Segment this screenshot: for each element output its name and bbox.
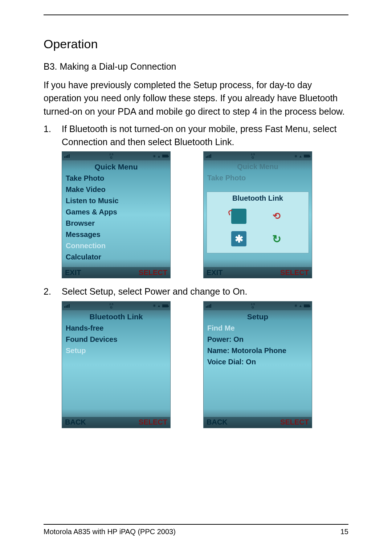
softkey-left[interactable]: EXIT xyxy=(65,269,81,277)
bluetooth-icon: ✳ xyxy=(153,154,156,158)
network-icon: 2.5G xyxy=(251,303,255,309)
menu-item[interactable]: Hands-free xyxy=(66,323,167,334)
battery-icon xyxy=(162,155,168,157)
menu-item[interactable]: Found Devices xyxy=(66,334,167,345)
step-2-text: Select Setup, select Power and change to… xyxy=(62,286,247,296)
phone-bluetooth-link-popup: 2.5G ✳▲ Quick Menu Take Photo Bluetooth … xyxy=(203,151,312,278)
network-icon: 2.5G xyxy=(251,153,255,159)
phone-setup: 2.5G ✳▲ Setup Find Me Power: On Name: Mo… xyxy=(203,301,312,428)
screen-title: Setup xyxy=(204,310,312,323)
phone-quick-menu: 2.5G ✳▲ Quick Menu Take Photo Make Video… xyxy=(62,151,171,278)
battery-icon xyxy=(304,155,310,157)
menu-item[interactable]: Voice Dial: On xyxy=(207,356,308,368)
signal-icon xyxy=(64,154,70,158)
page-footer: Motorola A835 with HP iPAQ (PPC 2003) 15 xyxy=(44,524,348,536)
bluetooth-icon: ✳ xyxy=(294,154,297,158)
signal-icon xyxy=(64,304,70,308)
network-icon: 2.5G xyxy=(109,153,113,159)
menu-item-selected[interactable]: Find Me xyxy=(207,323,308,334)
screen-title: Bluetooth Link xyxy=(62,310,170,323)
step-2-number: 2. xyxy=(44,285,51,298)
sync-icon[interactable]: ↻ xyxy=(269,231,284,246)
bluetooth-icon: ✳ xyxy=(294,304,297,308)
menu-item[interactable]: Browser xyxy=(66,218,167,229)
popup-card: Bluetooth Link ⟲ ✱ ↻ xyxy=(207,192,309,253)
intro-paragraph: If you have previously completed the Set… xyxy=(44,78,348,118)
menu-item[interactable]: Messages xyxy=(66,229,167,240)
softkey-right[interactable]: SELECT xyxy=(280,269,309,277)
battery-icon xyxy=(162,304,168,307)
alert-icon: ▲ xyxy=(157,154,161,158)
step-2: 2. Select Setup, select Power and change… xyxy=(44,285,348,298)
dimmed-background: Quick Menu Take Photo xyxy=(204,160,312,192)
menu-list: Hands-free Found Devices Setup xyxy=(62,323,170,417)
popup-title: Bluetooth Link xyxy=(207,192,309,205)
menu-item[interactable]: Calculator xyxy=(66,251,167,263)
status-bar: 2.5G ✳▲ xyxy=(204,152,312,160)
menu-item[interactable]: Take Photo xyxy=(66,173,167,184)
menu-item-selected[interactable]: Connection xyxy=(66,240,167,251)
alert-icon: ▲ xyxy=(299,154,302,158)
softkey-left[interactable]: EXIT xyxy=(207,269,222,277)
alert-icon: ▲ xyxy=(299,304,302,308)
status-bar: 2.5G ✳▲ xyxy=(204,302,312,310)
menu-item[interactable]: Listen to Music xyxy=(66,195,167,206)
menu-list: Find Me Power: On Name: Motorola Phone V… xyxy=(204,323,312,417)
top-rule xyxy=(44,15,348,15)
bluetooth-icon: ✳ xyxy=(153,304,156,308)
network-icon: 2.5G xyxy=(109,303,113,309)
menu-item[interactable]: Make Video xyxy=(66,184,167,195)
battery-icon xyxy=(304,304,310,307)
screenshot-row-1: 2.5G ✳▲ Quick Menu Take Photo Make Video… xyxy=(62,151,348,278)
menu-item[interactable]: Games & Apps xyxy=(66,206,167,218)
device-icon[interactable] xyxy=(231,209,246,224)
step-1-number: 1. xyxy=(44,122,51,135)
menu-item[interactable]: Power: On xyxy=(207,334,308,345)
phone-bluetooth-link-list: 2.5G ✳▲ Bluetooth Link Hands-free Found … xyxy=(62,301,171,428)
footer-page-number: 15 xyxy=(340,528,348,536)
heading-operation: Operation xyxy=(44,37,348,51)
menu-list: Take Photo Make Video Listen to Music Ga… xyxy=(62,173,170,267)
subheading: B3. Making a Dial-up Connection xyxy=(44,61,348,72)
softkey-right[interactable]: SELECT xyxy=(139,418,167,426)
alert-icon: ▲ xyxy=(157,304,161,308)
signal-icon xyxy=(206,154,211,158)
softkey-left[interactable]: BACK xyxy=(65,418,86,426)
screen-title: Quick Menu xyxy=(62,160,170,173)
menu-item[interactable]: Name: Motorola Phone xyxy=(207,345,308,356)
signal-icon xyxy=(206,304,211,308)
menu-item-selected[interactable]: Setup xyxy=(66,345,167,356)
link-icon[interactable]: ⟲ xyxy=(269,209,284,224)
screenshot-row-2: 2.5G ✳▲ Bluetooth Link Hands-free Found … xyxy=(62,301,348,428)
step-1-text: If Bluetooth is not turned-on on your mo… xyxy=(62,124,336,147)
softkey-right[interactable]: SELECT xyxy=(139,269,167,277)
footer-left: Motorola A835 with HP iPAQ (PPC 2003) xyxy=(44,528,176,536)
softkey-left[interactable]: BACK xyxy=(207,418,228,426)
status-bar: 2.5G ✳▲ xyxy=(62,152,170,160)
step-1: 1. If Bluetooth is not turned-on on your… xyxy=(44,122,348,149)
bluetooth-tile-icon[interactable]: ✱ xyxy=(231,231,246,246)
status-bar: 2.5G ✳▲ xyxy=(62,302,170,310)
softkey-right[interactable]: SELECT xyxy=(280,418,309,426)
